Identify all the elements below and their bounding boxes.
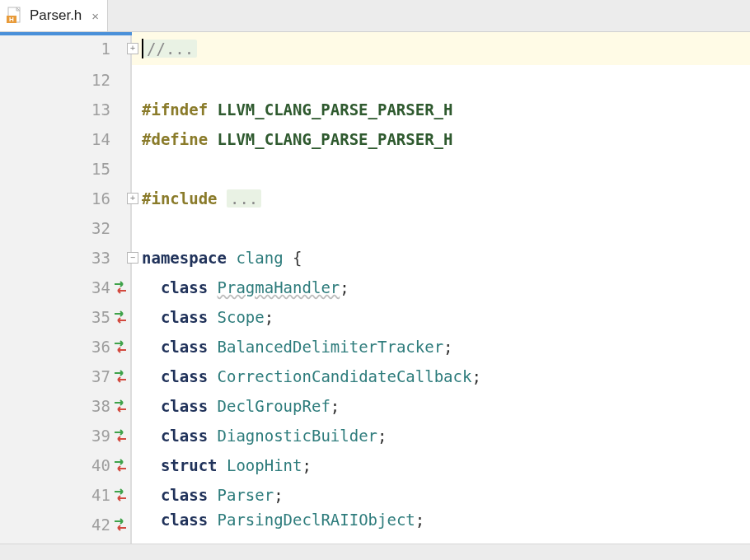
code-token: ...: [227, 189, 261, 208]
vcs-change-marker-icon: [112, 339, 129, 354]
line-number: 16: [91, 189, 110, 208]
gutter-row: 14: [0, 124, 130, 154]
vcs-change-marker-icon: [112, 310, 129, 324]
gutter-row: 37: [0, 362, 130, 391]
code-token: BalancedDelimiterTracker: [218, 338, 444, 356]
code-line[interactable]: #include ...: [142, 184, 750, 213]
fold-expand-icon[interactable]: +: [127, 43, 138, 54]
vcs-change-marker-icon: [112, 488, 129, 502]
tab-filename: Parser.h: [30, 7, 82, 24]
code-token: CorrectionCandidateCallback: [218, 367, 472, 385]
code-line[interactable]: class ParsingDeclRAIIObject;: [142, 510, 750, 530]
code-line[interactable]: namespace clang {: [142, 243, 750, 273]
code-token: LLVM_CLANG_PARSE_PARSER_H: [218, 130, 453, 148]
code-token: [208, 308, 217, 326]
code-line[interactable]: class PragmaHandler;: [142, 273, 750, 302]
code-token: #ifndef: [142, 100, 218, 119]
code-token: ;: [330, 397, 340, 415]
code-token: LoopHint: [227, 456, 302, 474]
code-token: PragmaHandler: [218, 278, 340, 296]
code-line[interactable]: //...: [132, 32, 750, 65]
line-number: 41: [91, 486, 110, 504]
code-token: struct: [161, 456, 218, 474]
code-token: class: [161, 278, 208, 296]
code-line[interactable]: class DiagnosticBuilder;: [142, 421, 750, 450]
gutter-row: 38: [0, 391, 130, 421]
code-token: [208, 427, 217, 445]
line-number: 37: [91, 367, 110, 385]
line-number: 1: [101, 40, 110, 58]
code-token: #define: [142, 130, 218, 148]
code-line[interactable]: class BalancedDelimiterTracker;: [142, 332, 750, 362]
code-token: [208, 367, 217, 385]
gutter-row: 42: [0, 510, 130, 539]
code-line[interactable]: class DeclGroupRef;: [142, 391, 750, 421]
code-line[interactable]: class CorrectionCandidateCallback;: [142, 362, 750, 391]
gutter-row: 33−: [0, 243, 130, 273]
code-token: class: [161, 308, 208, 326]
code-token: [284, 249, 293, 267]
code-token: class: [161, 511, 208, 529]
code-token: ;: [340, 278, 349, 296]
gutter-row: 15: [0, 154, 130, 184]
code-token: [208, 511, 217, 529]
line-number: 34: [91, 278, 110, 296]
svg-text:H: H: [9, 16, 14, 23]
vcs-change-marker-icon: [112, 517, 129, 532]
vcs-change-marker-icon: [112, 399, 129, 413]
code-token: ;: [471, 367, 480, 385]
gutter-row: 35: [0, 302, 130, 332]
gutter-row: 36: [0, 332, 130, 362]
code-token: [208, 338, 217, 356]
gutter-row: 34: [0, 273, 130, 302]
line-number: 38: [91, 397, 110, 415]
code-token: ;: [415, 511, 424, 529]
code-token: ;: [265, 308, 274, 326]
code-line[interactable]: struct LoopHint;: [142, 450, 750, 480]
line-number: 15: [91, 160, 110, 178]
gutter-row: 39: [0, 421, 130, 450]
vcs-change-marker-icon: [112, 280, 129, 295]
code-token: ;: [443, 338, 452, 356]
code-line[interactable]: #define LLVM_CLANG_PARSE_PARSER_H: [142, 124, 750, 154]
gutter-row: 32: [0, 213, 130, 243]
line-number: 42: [91, 516, 110, 534]
code-token: [208, 278, 217, 296]
gutter-row: 16+: [0, 184, 130, 213]
code-token: //...: [143, 40, 197, 58]
gutter-row: 1+: [0, 32, 130, 65]
code-token: [208, 397, 217, 415]
fold-expand-icon[interactable]: +: [127, 193, 138, 204]
code-token: class: [161, 397, 208, 415]
line-number: 36: [91, 338, 110, 356]
line-number: 39: [91, 427, 110, 445]
gutter-row: 12: [0, 65, 130, 95]
code-line[interactable]: [142, 213, 750, 243]
tab-close-button[interactable]: ×: [91, 9, 99, 23]
code-token: ParsingDeclRAIIObject: [218, 511, 415, 529]
active-tab[interactable]: H Parser.h ×: [0, 0, 108, 31]
code-line[interactable]: #ifndef LLVM_CLANG_PARSE_PARSER_H: [142, 95, 750, 124]
code-token: class: [161, 486, 208, 504]
code-line[interactable]: class Parser;: [142, 480, 750, 510]
code-token: [227, 249, 236, 267]
code-token: class: [161, 427, 208, 445]
code-line[interactable]: [142, 65, 750, 95]
code-token: namespace: [142, 249, 227, 267]
fold-collapse-icon[interactable]: −: [127, 252, 138, 264]
code-token: class: [161, 367, 208, 385]
code-token: LLVM_CLANG_PARSE_PARSER_H: [218, 100, 453, 119]
gutter-row: 13: [0, 95, 130, 124]
code-token: [208, 486, 217, 504]
code-line[interactable]: class Scope;: [142, 302, 750, 332]
editor-area: 1+1213141516+3233−34 35 36 37 38 39 40 4…: [0, 32, 750, 544]
code-area[interactable]: //...#ifndef LLVM_CLANG_PARSE_PARSER_H#d…: [132, 32, 750, 544]
line-number: 14: [91, 130, 110, 148]
code-line[interactable]: [142, 154, 750, 184]
code-token: clang: [236, 249, 283, 267]
code-token: ;: [377, 427, 387, 445]
line-number: 35: [91, 308, 110, 326]
code-token: ;: [302, 456, 312, 474]
code-token: #include: [142, 189, 227, 208]
code-token: Scope: [218, 308, 265, 326]
